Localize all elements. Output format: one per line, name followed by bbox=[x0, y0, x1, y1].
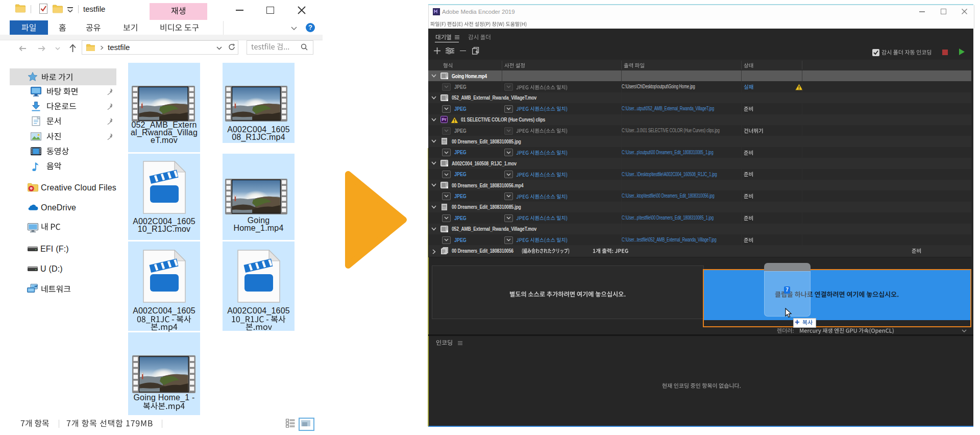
svg-text:Pr: Pr bbox=[442, 117, 447, 122]
